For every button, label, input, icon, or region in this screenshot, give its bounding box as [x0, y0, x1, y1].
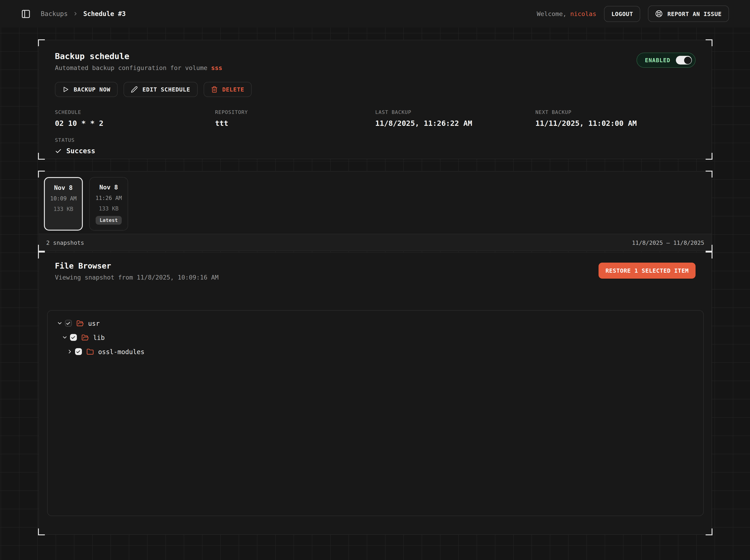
- snapshots-panel: Nov 810:09 AM133 KBNov 811:26 AM133 KBLa…: [38, 171, 712, 251]
- panel-corner-bracket: [706, 153, 712, 160]
- snapshot-cards-row: Nov 810:09 AM133 KBNov 811:26 AM133 KBLa…: [39, 172, 712, 236]
- tree-row[interactable]: usr: [52, 316, 699, 330]
- tree-row[interactable]: lib: [52, 330, 699, 344]
- chevron-right-icon: [73, 11, 78, 17]
- file-browser-title: File Browser: [55, 261, 218, 271]
- schedule-field: REPOSITORYttt: [215, 109, 375, 128]
- edit-schedule-button[interactable]: EDIT SCHEDULE: [124, 82, 198, 97]
- schedule-field: NEXT BACKUP11/11/2025, 11:02:00 AM: [535, 109, 695, 128]
- field-label: REPOSITORY: [215, 109, 375, 115]
- panel-corner-bracket: [706, 528, 712, 535]
- snapshots-footer: 2 snapshots 11/8/2025 – 11/8/2025: [39, 234, 712, 251]
- chevron-down-icon[interactable]: [59, 335, 70, 340]
- enabled-label: ENABLED: [645, 57, 670, 63]
- breadcrumb-current: Schedule #3: [83, 10, 125, 17]
- chevron-down-icon[interactable]: [55, 320, 64, 326]
- folder-icon: [86, 348, 94, 355]
- schedule-fields: SCHEDULE02 10 * * 2REPOSITORYtttLAST BAC…: [55, 109, 695, 155]
- file-browser-panel: File Browser Viewing snapshot from 11/8/…: [38, 252, 712, 535]
- snapshot-time: 11:26 AM: [95, 195, 122, 201]
- file-tree: usrlibossl-modules: [47, 310, 704, 516]
- tree-item-label: lib: [93, 334, 105, 341]
- play-icon: [62, 86, 69, 93]
- panel-corner-bracket: [38, 245, 45, 252]
- lifebuoy-icon: [655, 10, 663, 17]
- backup-schedule-content: Backup schedule Automated backup configu…: [39, 40, 712, 159]
- latest-badge: Latest: [95, 216, 122, 225]
- snapshot-card[interactable]: Nov 810:09 AM133 KB: [44, 177, 83, 231]
- header-right: Welcome, nicolas LOGOUT REPORT AN ISSUE: [537, 5, 729, 22]
- enabled-toggle-pill[interactable]: ENABLED: [637, 53, 695, 68]
- snapshot-count: 2 snapshots: [46, 239, 84, 246]
- panel-corner-bracket: [706, 252, 712, 259]
- snapshot-date: Nov 8: [54, 184, 73, 191]
- snapshot-card[interactable]: Nov 811:26 AM133 KBLatest: [89, 177, 128, 231]
- field-label: NEXT BACKUP: [535, 109, 695, 115]
- backup-schedule-heading: Backup schedule Automated backup configu…: [55, 51, 222, 72]
- app-viewport: Backups Schedule #3 Welcome, nicolas LOG…: [0, 0, 750, 560]
- restore-selected-button[interactable]: RESTORE 1 SELECTED ITEM: [599, 263, 695, 279]
- delete-button[interactable]: DELETE: [203, 82, 252, 97]
- field-label: SCHEDULE: [55, 109, 215, 115]
- enabled-switch[interactable]: [676, 56, 692, 64]
- app-header: Backups Schedule #3 Welcome, nicolas LOG…: [0, 0, 750, 27]
- snapshot-time: 10:09 AM: [50, 195, 77, 202]
- panel-left-icon: [21, 9, 31, 19]
- folder-open-icon: [76, 320, 83, 327]
- panel-corner-bracket: [706, 171, 712, 178]
- breadcrumb-backups-link[interactable]: Backups: [41, 10, 68, 17]
- field-label: LAST BACKUP: [375, 109, 535, 115]
- volume-name: sss: [211, 64, 222, 72]
- field-label: STATUS: [55, 137, 215, 143]
- snapshot-size: 133 KB: [54, 206, 74, 212]
- panel-corner-bracket: [38, 153, 45, 160]
- panel-corner-bracket: [706, 245, 712, 252]
- folder-open-icon: [81, 334, 88, 341]
- schedule-subtitle: Automated backup configuration for volum…: [55, 64, 222, 72]
- field-value: ttt: [215, 119, 375, 128]
- field-value: 11/8/2025, 11:26:22 AM: [375, 119, 535, 128]
- trash-icon: [211, 86, 218, 93]
- tree-checkbox[interactable]: [70, 334, 77, 341]
- panel-corner-bracket: [706, 39, 712, 46]
- schedule-field: SCHEDULE02 10 * * 2: [55, 109, 215, 128]
- sidebar-toggle-button[interactable]: [21, 9, 31, 19]
- panel-corner-bracket: [38, 528, 45, 535]
- panel-corner-bracket: [38, 171, 45, 178]
- snapshot-date-range: 11/8/2025 – 11/8/2025: [632, 239, 704, 246]
- panel-corner-bracket: [38, 252, 45, 259]
- file-browser-heading: File Browser Viewing snapshot from 11/8/…: [55, 261, 218, 281]
- file-browser-subtitle: Viewing snapshot from 11/8/2025, 10:09:1…: [55, 274, 218, 281]
- snapshot-size: 133 KB: [99, 205, 119, 212]
- tree-item-label: ossl-modules: [98, 348, 144, 355]
- welcome-text: Welcome, nicolas: [537, 10, 596, 17]
- snapshot-date: Nov 8: [99, 183, 118, 191]
- success-check-icon: [55, 147, 62, 155]
- pencil-icon: [131, 86, 138, 93]
- header-left: Backups Schedule #3: [21, 9, 125, 19]
- field-value: 11/11/2025, 11:02:00 AM: [535, 119, 695, 128]
- status-field: STATUSSuccess: [55, 137, 215, 155]
- report-issue-button[interactable]: REPORT AN ISSUE: [648, 5, 729, 22]
- schedule-field: LAST BACKUP11/8/2025, 11:26:22 AM: [375, 109, 535, 128]
- tree-checkbox[interactable]: [65, 320, 72, 327]
- field-value: 02 10 * * 2: [55, 119, 215, 128]
- switch-knob: [684, 57, 691, 64]
- tree-item-label: usr: [88, 320, 100, 327]
- tree-checkbox[interactable]: [75, 348, 82, 355]
- status-text: Success: [66, 147, 95, 155]
- chevron-right-icon[interactable]: [64, 348, 75, 355]
- username: nicolas: [570, 10, 596, 17]
- backup-now-button[interactable]: BACKUP NOW: [55, 82, 118, 97]
- tree-row[interactable]: ossl-modules: [52, 344, 699, 359]
- schedule-actions: BACKUP NOW EDIT SCHEDULE DELETE: [55, 82, 695, 97]
- logout-button[interactable]: LOGOUT: [604, 6, 640, 22]
- breadcrumb: Backups Schedule #3: [41, 10, 125, 17]
- backup-schedule-panel: Backup schedule Automated backup configu…: [38, 40, 712, 159]
- file-browser-header: File Browser Viewing snapshot from 11/8/…: [39, 253, 712, 281]
- page-title: Backup schedule: [55, 51, 222, 61]
- panel-corner-bracket: [38, 39, 45, 46]
